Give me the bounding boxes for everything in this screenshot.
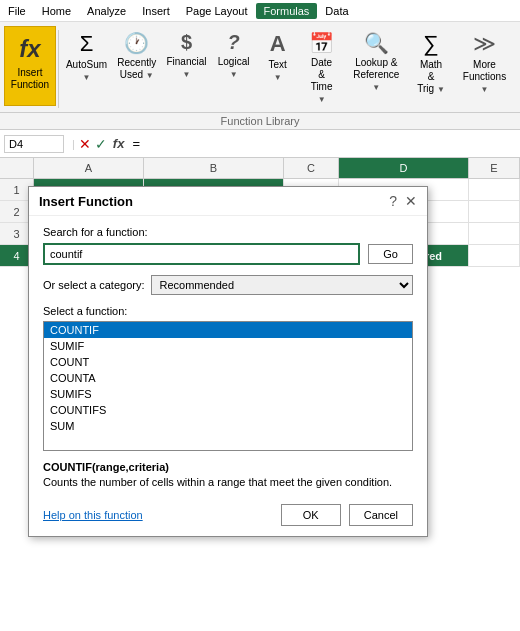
menu-analyze[interactable]: Analyze	[79, 3, 134, 19]
dialog-title-bar: Insert Function ? ✕	[29, 187, 427, 216]
autosum-icon: Σ	[80, 31, 94, 57]
footer-buttons: OK Cancel	[281, 504, 413, 526]
recently-used-label: RecentlyUsed ▼	[117, 57, 156, 81]
cancel-formula-icon[interactable]: ✕	[79, 136, 91, 152]
cell-reference-box[interactable]	[4, 135, 64, 153]
cancel-button[interactable]: Cancel	[349, 504, 413, 526]
logical-icon: ?	[227, 31, 239, 54]
list-item[interactable]: SUMIFS	[44, 386, 412, 402]
menu-bar: File Home Analyze Insert Page Layout For…	[0, 0, 520, 22]
insert-function-dialog: Insert Function ? ✕ Search for a functio…	[28, 186, 428, 537]
category-label: Or select a category:	[43, 279, 145, 291]
text-icon: A	[270, 31, 286, 57]
ok-button[interactable]: OK	[281, 504, 341, 526]
cell-e2[interactable]	[469, 201, 520, 222]
menu-page-layout[interactable]: Page Layout	[178, 3, 256, 19]
financial-button[interactable]: $ Financial▼	[161, 26, 211, 106]
formula-divider: |	[72, 138, 75, 150]
function-list-label: Select a function:	[43, 305, 413, 317]
insert-function-icon: fx	[19, 35, 40, 63]
fx-icon: fx	[113, 136, 125, 151]
go-button[interactable]: Go	[368, 244, 413, 264]
text-label: Text▼	[268, 59, 286, 83]
col-header-d[interactable]: D	[339, 158, 469, 178]
formula-bar: | ✕ ✓ fx =	[0, 130, 520, 158]
more-functions-label: MoreFunctions ▼	[460, 59, 509, 95]
math-trig-icon: ∑	[423, 31, 439, 57]
date-time-icon: 📅	[309, 31, 334, 55]
list-item[interactable]: COUNTA	[44, 370, 412, 386]
recently-used-button[interactable]: 🕐 RecentlyUsed ▼	[112, 26, 161, 106]
financial-label: Financial▼	[166, 56, 206, 80]
col-header-c[interactable]: C	[284, 158, 339, 178]
col-header-e[interactable]: E	[469, 158, 520, 178]
autosum-label: AutoSum▼	[66, 59, 107, 83]
math-trig-label: Math &Trig ▼	[416, 59, 446, 95]
cell-e4[interactable]	[469, 245, 520, 266]
help-link[interactable]: Help on this function	[43, 509, 143, 521]
autosum-button[interactable]: Σ AutoSum▼	[61, 26, 112, 106]
list-item[interactable]: COUNT	[44, 354, 412, 370]
col-header-a[interactable]: A	[34, 158, 144, 178]
list-item[interactable]: SUMIF	[44, 338, 412, 354]
menu-formulas[interactable]: Formulas	[256, 3, 318, 19]
search-label: Search for a function:	[43, 226, 413, 238]
logical-button[interactable]: ? Logical▼	[212, 26, 256, 106]
spreadsheet: A B C D E 1 Name Funds_Transffered 2 Sto…	[0, 158, 520, 267]
financial-icon: $	[181, 31, 192, 54]
more-functions-button[interactable]: ≫ MoreFunctions ▼	[453, 26, 516, 106]
confirm-formula-icon[interactable]: ✓	[95, 136, 107, 152]
recently-used-icon: 🕐	[124, 31, 149, 55]
formula-value: =	[130, 136, 140, 151]
cell-e1[interactable]	[469, 179, 520, 200]
date-time-button[interactable]: 📅 Date &Time ▼	[300, 26, 344, 106]
menu-data[interactable]: Data	[317, 3, 356, 19]
lookup-reference-icon: 🔍	[364, 31, 389, 55]
function-description-title: COUNTIF(range,criteria)	[43, 461, 413, 473]
dialog-controls: ? ✕	[389, 193, 417, 209]
ribbon-title: Function Library	[0, 112, 520, 129]
more-functions-icon: ≫	[473, 31, 496, 57]
list-item[interactable]: COUNTIFS	[44, 402, 412, 418]
category-select[interactable]: Recommended	[151, 275, 414, 295]
cell-e3[interactable]	[469, 223, 520, 244]
function-description-text: Counts the number of cells within a rang…	[43, 476, 413, 488]
insert-function-button[interactable]: fx InsertFunction	[4, 26, 56, 106]
lookup-reference-button[interactable]: 🔍 Lookup &Reference ▼	[344, 26, 409, 106]
text-button[interactable]: A Text▼	[256, 26, 300, 106]
dialog-close-button[interactable]: ✕	[405, 193, 417, 209]
menu-file[interactable]: File	[0, 3, 34, 19]
category-row: Or select a category: Recommended	[43, 275, 413, 295]
list-item[interactable]: COUNTIF	[44, 322, 412, 338]
search-row: Go	[43, 243, 413, 265]
insert-function-label: InsertFunction	[11, 67, 49, 91]
function-list[interactable]: COUNTIF SUMIF COUNT COUNTA SUMIFS COUNTI…	[43, 321, 413, 451]
dialog-title: Insert Function	[39, 194, 133, 209]
search-input[interactable]	[43, 243, 360, 265]
column-headers: A B C D E	[0, 158, 520, 179]
dialog-footer: Help on this function OK Cancel	[43, 500, 413, 526]
dialog-help-button[interactable]: ?	[389, 193, 397, 209]
ribbon: fx InsertFunction Σ AutoSum▼ 🕐 RecentlyU…	[0, 22, 520, 130]
list-item[interactable]: SUM	[44, 418, 412, 434]
menu-insert[interactable]: Insert	[134, 3, 178, 19]
col-header-b[interactable]: B	[144, 158, 284, 178]
logical-label: Logical▼	[218, 56, 250, 80]
date-time-label: Date &Time ▼	[307, 57, 337, 105]
math-trig-button[interactable]: ∑ Math &Trig ▼	[409, 26, 453, 106]
dialog-body: Search for a function: Go Or select a ca…	[29, 216, 427, 536]
formula-icons: ✕ ✓	[79, 136, 107, 152]
menu-home[interactable]: Home	[34, 3, 79, 19]
lookup-reference-label: Lookup &Reference ▼	[351, 57, 402, 93]
corner-cell	[0, 158, 34, 178]
